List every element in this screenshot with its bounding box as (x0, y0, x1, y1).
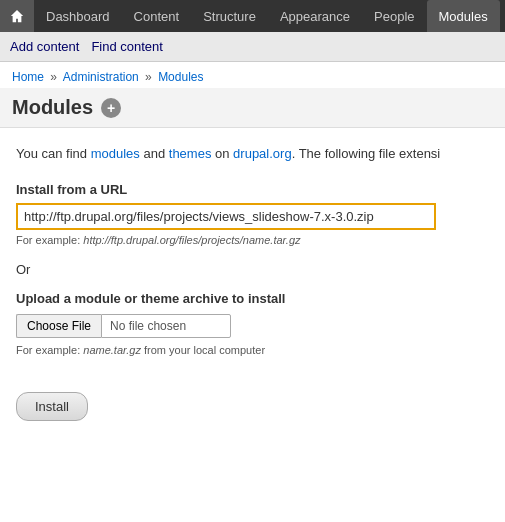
top-nav: Dashboard Content Structure Appearance P… (0, 0, 505, 32)
file-input-wrapper: Choose File No file chosen (16, 314, 489, 338)
url-hint: For example: http://ftp.drupal.org/files… (16, 234, 489, 246)
main-content: You can find modules and themes on drupa… (0, 128, 505, 437)
install-button[interactable]: Install (16, 392, 88, 421)
page-title-bar: Modules + (0, 88, 505, 128)
choose-file-button[interactable]: Choose File (16, 314, 101, 338)
drupal-link[interactable]: drupal.org (233, 146, 292, 161)
nav-item-appearance[interactable]: Appearance (268, 0, 362, 32)
themes-link[interactable]: themes (169, 146, 212, 161)
or-divider: Or (16, 262, 489, 277)
install-url-input[interactable] (16, 203, 436, 230)
breadcrumb-admin[interactable]: Administration (63, 70, 139, 84)
nav-item-content[interactable]: Content (122, 0, 192, 32)
nav-item-people[interactable]: People (362, 0, 426, 32)
find-content-link[interactable]: Find content (91, 39, 163, 54)
breadcrumb: Home » Administration » Modules (0, 62, 505, 88)
upload-hint: For example: name.tar.gz from your local… (16, 344, 489, 356)
home-nav-item[interactable] (0, 0, 34, 32)
upload-section: Upload a module or theme archive to inst… (16, 291, 489, 356)
install-url-label: Install from a URL (16, 182, 489, 197)
url-hint-example: http://ftp.drupal.org/files/projects/nam… (83, 234, 300, 246)
upload-label: Upload a module or theme archive to inst… (16, 291, 489, 306)
breadcrumb-home[interactable]: Home (12, 70, 44, 84)
nav-item-structure[interactable]: Structure (191, 0, 268, 32)
nav-item-conf[interactable]: Conf (500, 0, 505, 32)
nav-item-modules[interactable]: Modules (427, 0, 500, 32)
secondary-nav: Add content Find content (0, 32, 505, 62)
file-name-display: No file chosen (101, 314, 231, 338)
add-content-link[interactable]: Add content (10, 39, 79, 54)
breadcrumb-sep-1: » (50, 70, 57, 84)
modules-link[interactable]: modules (91, 146, 140, 161)
add-module-button[interactable]: + (101, 98, 121, 118)
breadcrumb-sep-2: » (145, 70, 152, 84)
upload-hint-example: name.tar.gz (83, 344, 141, 356)
description-text: You can find modules and themes on drupa… (16, 144, 489, 164)
nav-item-dashboard[interactable]: Dashboard (34, 0, 122, 32)
install-url-section: Install from a URL For example: http://f… (16, 182, 489, 246)
home-icon (10, 9, 24, 23)
breadcrumb-modules[interactable]: Modules (158, 70, 203, 84)
page-title: Modules (12, 96, 93, 119)
